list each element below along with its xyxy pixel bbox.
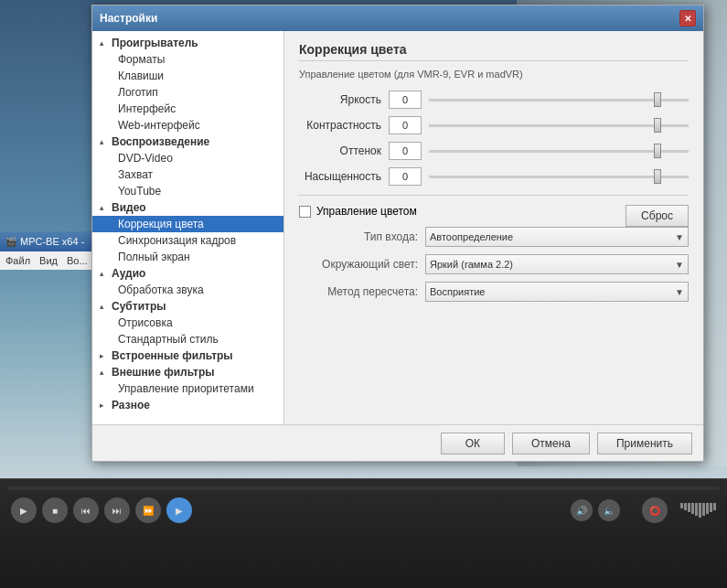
close-icon: ✕: [684, 14, 691, 24]
brightness-label: Яркость: [299, 93, 381, 106]
rendering-method-label: Метод пересчета:: [299, 285, 418, 298]
dialog-titlebar: Настройки ✕: [92, 5, 703, 31]
hue-slider[interactable]: [429, 142, 689, 160]
rendering-method-select[interactable]: Восприятие ▼: [425, 282, 689, 302]
tree-item-rendering[interactable]: Отрисовка: [92, 315, 283, 331]
expand-icon-5: ▴: [100, 303, 109, 311]
tree-group-builtin[interactable]: ▸ Встроенные фильтры: [92, 347, 283, 364]
vol-6: [699, 503, 701, 518]
saturation-slider[interactable]: [429, 167, 689, 186]
saturation-value[interactable]: 0: [389, 167, 422, 186]
tree-item-color[interactable]: Коррекция цвета: [92, 216, 283, 232]
dialog-footer: ОК Отмена Применить: [92, 424, 703, 461]
close-button[interactable]: ✕: [679, 10, 696, 27]
tree-item-style[interactable]: Стандартный стиль: [92, 331, 283, 347]
mpc-title-text: MPC-BE x64 -: [20, 236, 84, 247]
expand-icon-4: ▴: [100, 270, 109, 278]
mpc-title-icon: 🎬: [5, 237, 16, 247]
tree-group-video[interactable]: ▴ Видео: [92, 199, 283, 216]
stop-button[interactable]: ■: [42, 497, 68, 523]
ambient-light-select[interactable]: Яркий (гамма 2.2) ▼: [425, 254, 689, 274]
brightness-track: [429, 99, 689, 102]
tree-group-subtitles[interactable]: ▴ Субтитры: [92, 298, 283, 315]
tree-item-misc[interactable]: ▸ Разное: [92, 397, 283, 413]
tree-group-audio[interactable]: ▴ Аудио: [92, 265, 283, 282]
saturation-label: Насыщенность: [299, 170, 381, 183]
saturation-row: Насыщенность 0: [299, 167, 689, 186]
cancel-button[interactable]: Отмена: [512, 433, 590, 454]
tree-item-dvd[interactable]: DVD-Video: [92, 150, 283, 166]
content-panel: Коррекция цвета Управление цветом (для V…: [284, 31, 703, 424]
expand-icon-7: ▴: [100, 369, 109, 377]
tree-item-formats[interactable]: Форматы: [92, 51, 283, 68]
input-type-value: Автоопределение: [430, 231, 513, 242]
tree-item-keys[interactable]: Клавиши: [92, 68, 283, 84]
subtitle: Управление цветом (для VMR-9, EVR и madV…: [299, 69, 689, 80]
tree-group-label-2: Воспроизведение: [112, 135, 209, 148]
volume-bar[interactable]: [680, 503, 716, 518]
vol-3: [688, 503, 690, 512]
dropdown-arrow-2: ▼: [675, 260, 684, 270]
next-button[interactable]: ⏭: [104, 497, 130, 523]
tree-item-audio-proc[interactable]: Обработка звука: [92, 282, 283, 298]
brightness-slider[interactable]: [429, 91, 689, 109]
loop-button[interactable]: ⭕: [642, 497, 668, 523]
color-management-checkbox[interactable]: [299, 206, 311, 218]
tree-group-label-6: Встроенные фильтры: [112, 349, 233, 362]
color-management-label: Управление цветом: [316, 205, 417, 218]
tree-group-player[interactable]: ▴ Проигрыватель: [92, 35, 283, 51]
fast-forward-button[interactable]: ⏩: [135, 497, 161, 523]
vol-5: [695, 503, 698, 516]
expand-icon-6: ▸: [100, 352, 109, 360]
hue-track: [429, 150, 689, 153]
brightness-thumb[interactable]: [654, 92, 661, 107]
hue-value[interactable]: 0: [389, 142, 422, 160]
section-title: Коррекция цвета: [299, 42, 689, 61]
tree-group-label-7: Внешние фильтры: [112, 366, 215, 379]
vol-8: [706, 503, 709, 514]
vol-9: [710, 503, 712, 512]
play-button[interactable]: ▶: [11, 497, 37, 523]
apply-button[interactable]: Применить: [597, 433, 692, 454]
hue-row: Оттенок 0: [299, 142, 689, 160]
player-bar: ▶ ■ ⏮ ⏭ ⏩ ▶ 🔊 🔈 ⭕: [0, 478, 727, 588]
saturation-thumb[interactable]: [654, 169, 661, 184]
dropdown-arrow-3: ▼: [675, 287, 684, 297]
rendering-method-row: Метод пересчета: Восприятие ▼: [299, 282, 689, 302]
vol-10: [713, 503, 716, 510]
tree-panel: ▴ Проигрыватель Форматы Клавиши Логотип …: [92, 31, 284, 424]
ok-button[interactable]: ОК: [441, 433, 505, 454]
tree-group-playback[interactable]: ▴ Воспроизведение: [92, 134, 283, 150]
contrast-row: Контрастность 0: [299, 116, 689, 134]
brightness-value[interactable]: 0: [389, 91, 422, 109]
tree-item-fullscreen[interactable]: Полный экран: [92, 249, 283, 265]
reset-button[interactable]: Сброс: [625, 205, 689, 227]
tree-item-logo[interactable]: Логотип: [92, 84, 283, 101]
tree-group-external[interactable]: ▴ Внешние фильтры: [92, 364, 283, 380]
tree-item-capture[interactable]: Захват: [92, 166, 283, 183]
input-type-select[interactable]: Автоопределение ▼: [425, 227, 689, 247]
menu-more[interactable]: Во...: [67, 255, 88, 266]
saturation-track: [429, 176, 689, 178]
tree-item-priorities[interactable]: Управление приоритетами: [92, 380, 283, 397]
menu-view[interactable]: Вид: [39, 255, 58, 266]
contrast-thumb[interactable]: [654, 118, 661, 133]
vol-2: [684, 503, 687, 510]
tree-item-webinterface[interactable]: Web-интерфейс: [92, 117, 283, 134]
vol-1: [680, 503, 683, 508]
tree-item-youtube[interactable]: YouTube: [92, 183, 283, 199]
tree-group-label-3: Видео: [112, 201, 146, 214]
contrast-slider[interactable]: [429, 116, 689, 134]
tree-item-interface[interactable]: Интерфейс: [92, 101, 283, 117]
mute-button[interactable]: 🔊: [571, 499, 593, 521]
rendering-method-value: Восприятие: [430, 286, 485, 297]
prev-button[interactable]: ⏮: [73, 497, 99, 523]
vol-4: [691, 503, 694, 514]
active-play-button[interactable]: ▶: [166, 497, 192, 523]
contrast-track: [429, 124, 689, 127]
contrast-value[interactable]: 0: [389, 116, 422, 134]
tree-item-sync[interactable]: Синхронизация кадров: [92, 232, 283, 249]
hue-thumb[interactable]: [654, 144, 661, 158]
menu-file[interactable]: Файл: [5, 255, 30, 266]
speaker-button[interactable]: 🔈: [598, 499, 620, 521]
